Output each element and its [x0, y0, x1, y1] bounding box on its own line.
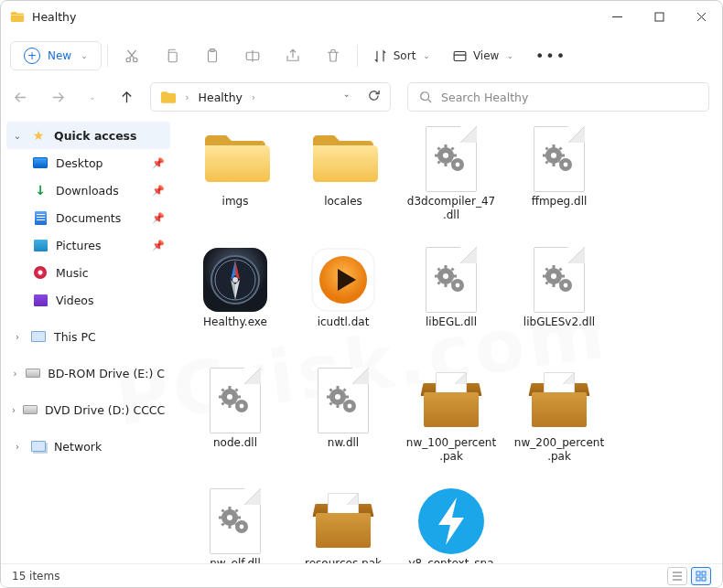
sidebar-downloads[interactable]: ↓ Downloads 📌	[6, 176, 170, 204]
sidebar-this-pc[interactable]: › This PC	[6, 323, 170, 350]
sidebar-music[interactable]: Music	[6, 259, 170, 286]
file-item[interactable]: libGLESv2.dll	[510, 242, 609, 361]
svg-rect-84	[337, 386, 340, 390]
sidebar-videos[interactable]: Videos	[6, 286, 170, 314]
chevron-down-icon: ⌄	[423, 51, 430, 60]
view-button[interactable]: View ⌄	[443, 43, 523, 69]
svg-point-95	[240, 525, 244, 529]
sidebar: ⌄ ★ Quick access Desktop 📌 ↓ Downloads 📌…	[1, 114, 173, 572]
sort-button[interactable]: Sort ⌄	[363, 43, 439, 69]
sidebar-network[interactable]: › Network	[6, 433, 170, 460]
file-item[interactable]: v8_context_snapshot.bin	[402, 484, 501, 572]
pin-icon: 📌	[152, 212, 165, 224]
paste-button[interactable]	[194, 39, 231, 72]
chevron-right-icon: ›	[12, 332, 23, 342]
breadcrumb-item[interactable]: Healthy	[199, 91, 243, 104]
svg-rect-27	[543, 155, 546, 157]
search-bar[interactable]	[407, 82, 709, 112]
svg-rect-0	[655, 13, 664, 21]
svg-rect-14	[445, 163, 448, 166]
sidebar-bdrom[interactable]: › BD-ROM Drive (E:) C	[6, 359, 170, 387]
svg-rect-48	[445, 265, 448, 269]
svg-point-2	[133, 58, 137, 62]
minimize-button[interactable]	[596, 1, 638, 32]
svg-rect-62	[543, 275, 546, 278]
svg-point-47	[456, 283, 460, 288]
file-item[interactable]: icudtl.dat	[294, 242, 393, 361]
more-button[interactable]: •••	[526, 48, 576, 65]
download-icon: ↓	[32, 183, 49, 198]
delete-button[interactable]	[315, 39, 351, 72]
sidebar-desktop[interactable]: Desktop 📌	[6, 149, 170, 176]
share-button[interactable]	[275, 39, 311, 72]
history-dropdown[interactable]: ⌄	[343, 89, 351, 105]
sidebar-label: Videos	[56, 294, 94, 307]
cut-button[interactable]	[113, 39, 150, 72]
copy-button[interactable]	[154, 39, 190, 72]
file-item[interactable]: nw_100_percent.pak	[402, 363, 501, 482]
dll-icon	[426, 247, 477, 313]
large-icons-view-button[interactable]	[691, 567, 711, 585]
new-button[interactable]: + New ⌄	[10, 41, 102, 70]
file-item[interactable]: d3dcompiler_47.dll	[402, 122, 501, 241]
sidebar-documents[interactable]: Documents 📌	[6, 204, 170, 231]
pin-icon: 📌	[152, 157, 165, 169]
folder-icon	[160, 91, 177, 104]
maximize-button[interactable]	[638, 1, 680, 32]
file-item[interactable]: nw.dll	[294, 363, 393, 482]
recent-button[interactable]: ⌄	[89, 92, 96, 102]
dll-icon	[318, 368, 369, 433]
sidebar-label: Music	[56, 266, 89, 280]
file-name: nw.dll	[326, 436, 361, 450]
chevron-right-icon[interactable]: ›	[252, 92, 255, 102]
play-icon	[310, 247, 376, 313]
forward-button[interactable]	[51, 91, 65, 104]
back-button[interactable]	[14, 91, 27, 104]
svg-point-81	[335, 394, 340, 400]
details-view-button[interactable]	[667, 567, 687, 585]
up-button[interactable]	[120, 91, 134, 104]
file-name: node.dll	[211, 436, 259, 450]
rename-button[interactable]	[234, 39, 271, 72]
file-item[interactable]: locales	[294, 122, 393, 241]
sidebar-pictures[interactable]: Pictures 📌	[6, 231, 170, 259]
svg-rect-7	[454, 51, 466, 60]
chevron-right-icon[interactable]: ›	[186, 92, 189, 102]
chevron-right-icon: ›	[12, 369, 18, 379]
search-input[interactable]	[441, 91, 697, 104]
svg-rect-105	[696, 572, 700, 575]
file-item[interactable]: ffmpeg.dll	[510, 122, 609, 241]
dll-icon	[534, 247, 585, 313]
desktop-icon	[33, 157, 48, 168]
toolbar: + New ⌄ Sort ⌄ View ⌄ •••	[1, 32, 722, 80]
search-icon	[419, 91, 432, 103]
svg-rect-99	[237, 517, 241, 519]
file-name: nw_100_percent.pak	[404, 436, 499, 464]
file-item[interactable]: resources.pak	[294, 484, 393, 572]
sidebar-quick-access[interactable]: ⌄ ★ Quick access	[6, 122, 170, 149]
sidebar-dvd[interactable]: › DVD Drive (D:) CCCC	[6, 396, 170, 423]
file-name: ffmpeg.dll	[530, 195, 589, 208]
file-pane[interactable]: imgs locales d3dcompiler_47.dll ffmpeg.d…	[173, 114, 722, 572]
file-item[interactable]: node.dll	[186, 363, 285, 482]
file-item[interactable]: Healthy.exe	[186, 242, 285, 361]
file-item[interactable]: nw_200_percent.pak	[510, 363, 609, 482]
file-item[interactable]: imgs	[186, 122, 285, 241]
file-item[interactable]: libEGL.dll	[402, 242, 501, 361]
svg-rect-28	[561, 155, 565, 157]
svg-point-59	[564, 283, 568, 288]
sidebar-label: BD-ROM Drive (E:) C	[48, 367, 165, 380]
svg-point-12	[456, 163, 460, 167]
address-bar[interactable]: › Healthy › ⌄	[150, 82, 391, 112]
chevron-down-icon: ⌄	[506, 51, 513, 60]
close-button[interactable]	[680, 1, 722, 32]
svg-rect-74	[219, 396, 222, 399]
sidebar-label: Pictures	[56, 239, 102, 252]
svg-rect-51	[453, 275, 457, 278]
dll-icon	[534, 126, 585, 192]
file-item[interactable]: nw_elf.dll	[186, 484, 285, 572]
refresh-button[interactable]	[367, 89, 381, 105]
videos-icon	[34, 294, 48, 306]
document-icon	[35, 211, 47, 225]
svg-rect-75	[237, 396, 241, 399]
